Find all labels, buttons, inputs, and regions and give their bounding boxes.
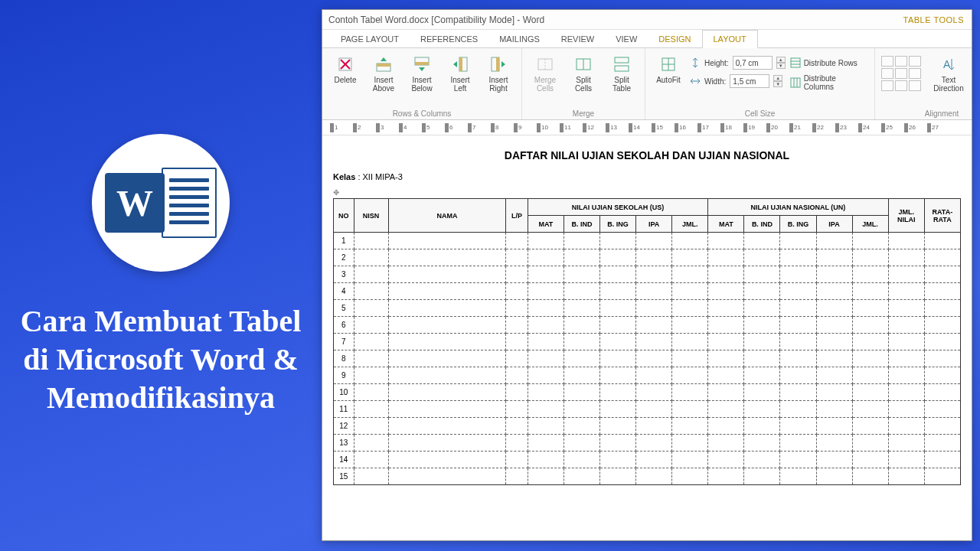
cell[interactable]	[888, 401, 924, 418]
cell[interactable]	[780, 384, 816, 401]
cell[interactable]	[528, 266, 564, 283]
tab-review[interactable]: REVIEW	[550, 31, 605, 47]
cell[interactable]	[924, 401, 960, 418]
cell-margins-button[interactable]: Cell Margins	[969, 51, 972, 93]
delete-button[interactable]: Delete	[328, 51, 362, 84]
cell[interactable]	[506, 367, 528, 384]
cell[interactable]	[388, 435, 506, 452]
cell[interactable]	[780, 452, 816, 468]
cell[interactable]	[506, 401, 528, 418]
cell[interactable]	[354, 418, 388, 435]
cell[interactable]	[816, 317, 852, 334]
cell[interactable]	[506, 334, 528, 350]
split-cells-button[interactable]: Split Cells	[567, 51, 600, 93]
cell[interactable]	[744, 266, 780, 283]
cell[interactable]	[852, 367, 888, 384]
table-row[interactable]: 15	[334, 468, 961, 485]
cell[interactable]	[636, 317, 672, 334]
th-rata[interactable]: RATA-RATA	[924, 199, 960, 233]
cell[interactable]	[816, 435, 852, 452]
insert-above-button[interactable]: Insert Above	[367, 51, 400, 93]
cell[interactable]	[600, 452, 636, 468]
cell[interactable]	[354, 233, 388, 249]
cell[interactable]	[528, 249, 564, 266]
cell[interactable]	[744, 452, 780, 468]
distribute-columns-button[interactable]: Distribute Columns	[790, 74, 868, 91]
cell[interactable]	[924, 468, 960, 485]
cell[interactable]	[528, 334, 564, 350]
cell[interactable]	[672, 283, 708, 300]
cell-no[interactable]: 7	[334, 334, 354, 350]
grades-table[interactable]: NO NISN NAMA L/P NILAI UJIAN SEKOLAH (US…	[333, 198, 961, 485]
table-row[interactable]: 12	[334, 418, 961, 435]
tab-references[interactable]: REFERENCES	[410, 31, 488, 47]
cell[interactable]	[888, 334, 924, 350]
th-un-mat[interactable]: MAT	[708, 216, 744, 233]
cell[interactable]	[600, 300, 636, 317]
cell[interactable]	[636, 452, 672, 468]
cell[interactable]	[528, 367, 564, 384]
cell[interactable]	[528, 233, 564, 249]
cell[interactable]	[354, 468, 388, 485]
text-direction-button[interactable]: A Text Direction	[932, 51, 965, 93]
cell[interactable]	[636, 249, 672, 266]
cell[interactable]	[600, 401, 636, 418]
th-un-ipa[interactable]: IPA	[816, 216, 852, 233]
cell[interactable]	[888, 249, 924, 266]
cell[interactable]	[924, 452, 960, 468]
cell[interactable]	[744, 401, 780, 418]
cell[interactable]	[672, 317, 708, 334]
cell[interactable]	[888, 300, 924, 317]
cell[interactable]	[924, 350, 960, 367]
cell[interactable]	[636, 350, 672, 367]
cell[interactable]	[852, 266, 888, 283]
cell[interactable]	[708, 266, 744, 283]
table-row[interactable]: 4	[334, 283, 961, 300]
cell[interactable]	[388, 233, 506, 249]
cell-no[interactable]: 3	[334, 266, 354, 283]
cell-no[interactable]: 5	[334, 300, 354, 317]
cell[interactable]	[852, 384, 888, 401]
cell[interactable]	[780, 401, 816, 418]
cell[interactable]	[708, 317, 744, 334]
cell[interactable]	[528, 468, 564, 485]
cell-no[interactable]: 8	[334, 350, 354, 367]
th-un-bing[interactable]: B. ING	[780, 216, 816, 233]
cell[interactable]	[636, 283, 672, 300]
cell[interactable]	[528, 384, 564, 401]
cell[interactable]	[354, 350, 388, 367]
cell[interactable]	[600, 283, 636, 300]
cell[interactable]	[636, 334, 672, 350]
cell[interactable]	[888, 435, 924, 452]
cell-no[interactable]: 15	[334, 468, 354, 485]
split-table-button[interactable]: Split Table	[605, 51, 639, 93]
table-row[interactable]: 7	[334, 334, 961, 350]
cell[interactable]	[744, 300, 780, 317]
cell[interactable]	[600, 233, 636, 249]
cell[interactable]	[744, 367, 780, 384]
tab-view[interactable]: VIEW	[605, 31, 648, 47]
cell-no[interactable]: 4	[334, 283, 354, 300]
cell[interactable]	[924, 418, 960, 435]
cell-no[interactable]: 12	[334, 418, 354, 435]
cell[interactable]	[564, 401, 599, 418]
cell[interactable]	[708, 249, 744, 266]
cell[interactable]	[852, 418, 888, 435]
cell[interactable]	[600, 367, 636, 384]
cell[interactable]	[780, 418, 816, 435]
cell[interactable]	[528, 418, 564, 435]
th-un-group[interactable]: NILAI UJIAN NASIONAL (UN)	[708, 199, 888, 216]
cell[interactable]	[564, 334, 599, 350]
cell[interactable]	[600, 435, 636, 452]
table-move-handle[interactable]: ✥	[333, 188, 339, 197]
cell[interactable]	[354, 334, 388, 350]
table-row[interactable]: 13	[334, 435, 961, 452]
cell[interactable]	[354, 384, 388, 401]
cell[interactable]	[672, 401, 708, 418]
cell-no[interactable]: 9	[334, 367, 354, 384]
cell[interactable]	[388, 266, 506, 283]
th-nisn[interactable]: NISN	[354, 199, 388, 233]
th-un-jml[interactable]: JML.	[852, 216, 888, 233]
cell[interactable]	[506, 418, 528, 435]
cell[interactable]	[780, 300, 816, 317]
